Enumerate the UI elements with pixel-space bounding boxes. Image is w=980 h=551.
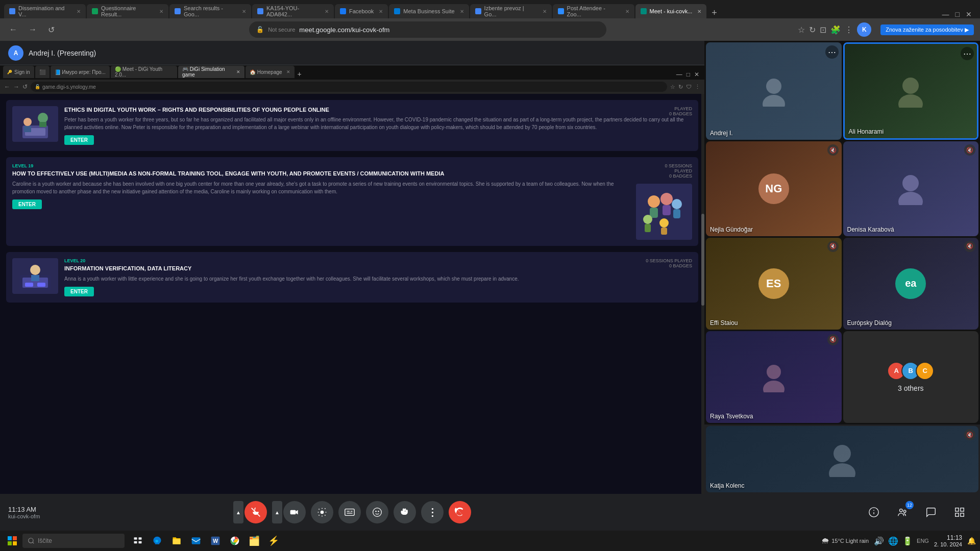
forward-button[interactable]: → xyxy=(26,24,40,35)
inner-tab-simulation[interactable]: 🎮 DiGi Simulation game ✕ xyxy=(178,66,244,78)
ali-options-button[interactable]: ⋯ xyxy=(961,47,974,60)
taskbar-app-chrome[interactable] xyxy=(226,532,244,550)
tab-meet[interactable]: Meet - kui-covk... ✕ xyxy=(635,4,707,18)
tab-close-icon[interactable]: ✕ xyxy=(159,9,163,14)
inner-tab-close[interactable]: ✕ xyxy=(236,69,240,74)
mic-chevron-button[interactable]: ▲ xyxy=(233,501,243,523)
info-button[interactable] xyxy=(864,502,884,522)
tab-close-icon[interactable]: ✕ xyxy=(625,9,629,14)
katja-name-label: Katja Kolenc xyxy=(710,482,744,489)
tab-close-icon[interactable]: ✕ xyxy=(543,9,547,14)
camera-chevron-button[interactable]: ▲ xyxy=(272,501,282,523)
tab-dissemination[interactable]: Dissemination and V... ✕ xyxy=(4,4,86,18)
tab-close-icon[interactable]: ✕ xyxy=(325,9,329,14)
activities-button[interactable] xyxy=(949,502,970,522)
tray-keyboard-icon[interactable]: ENG xyxy=(917,538,929,544)
taskbar-app-taskview[interactable] xyxy=(129,532,147,550)
card-title-ethics: ETHICS IN DIGITAL YOUTH WORK – RIGHTS AN… xyxy=(64,106,692,113)
mute-button[interactable] xyxy=(244,501,267,523)
more-options-icon[interactable]: ⋮ xyxy=(845,25,853,35)
andrej-options-button[interactable]: ⋯ xyxy=(825,45,839,59)
inner-minimize[interactable]: — xyxy=(676,71,682,78)
inner-reload-btn[interactable]: ↺ xyxy=(22,83,28,90)
reload-page-icon[interactable]: ↻ xyxy=(809,25,816,35)
inner-reload2-icon[interactable]: ↻ xyxy=(678,84,683,90)
effects-button[interactable] xyxy=(311,501,333,523)
tray-battery-icon[interactable]: 🔋 xyxy=(902,536,913,546)
captions-button[interactable] xyxy=(338,501,361,523)
enter-button-verification[interactable]: ENTER xyxy=(64,287,94,296)
minimize-button[interactable]: — xyxy=(942,10,949,18)
end-call-button[interactable] xyxy=(449,501,471,523)
inner-tab-close[interactable]: ✕ xyxy=(286,69,290,74)
extensions-icon[interactable]: 🧩 xyxy=(830,25,841,35)
tray-network-icon[interactable]: 🌐 xyxy=(888,536,898,546)
tab-close-icon[interactable]: ✕ xyxy=(77,9,81,14)
tab-questionnaire[interactable]: Questionnaire Result... ✕ xyxy=(87,4,168,18)
inner-address-input[interactable]: 🔓 game.digi-s.ynology.me xyxy=(31,82,667,92)
tab-close-icon[interactable]: ✕ xyxy=(697,9,701,14)
user-profile-button[interactable]: K xyxy=(857,22,871,37)
windows-search-box[interactable]: Iščite xyxy=(22,534,125,548)
inner-forward-btn[interactable]: → xyxy=(13,83,19,90)
taskbar-app-word[interactable]: W xyxy=(206,532,225,550)
emoji-button[interactable] xyxy=(366,501,388,523)
inner-back-btn[interactable]: ← xyxy=(4,83,10,90)
cast-icon[interactable]: ⊡ xyxy=(820,25,826,35)
taskbar-app-outlook[interactable] xyxy=(187,532,205,550)
inner-tab-homepage[interactable]: 🏠 Homepage ✕ xyxy=(246,66,295,78)
update-button[interactable]: Znova zaženite za posodobitev ▶ xyxy=(880,24,974,35)
taskbar-app-filemanager[interactable]: 🗂️ xyxy=(245,532,263,550)
windows-clock[interactable]: 11:13 2. 10. 2024 xyxy=(934,534,962,547)
nejla-avatar: NG xyxy=(758,173,789,204)
inner-security-icon[interactable]: 🛡 xyxy=(686,84,692,90)
inner-tab-signin[interactable]: 🔑 Sign in xyxy=(3,66,34,78)
nejla-mute-icon: 🔇 xyxy=(827,144,839,156)
notification-center-button[interactable]: 🔔 xyxy=(967,537,976,545)
reload-button[interactable]: ↺ xyxy=(45,24,58,36)
more-options-button[interactable]: ⋮ xyxy=(421,501,444,523)
chat-button[interactable] xyxy=(921,502,941,522)
bookmark-icon[interactable]: ☆ xyxy=(798,25,805,35)
not-secure-label: Not secure xyxy=(268,27,295,33)
tab-search[interactable]: Search results - Goo... ✕ xyxy=(169,4,251,18)
tab-ka154[interactable]: KA154-YOU-ADA842... ✕ xyxy=(252,4,334,18)
tab-close-icon[interactable]: ✕ xyxy=(242,9,246,14)
address-bar[interactable]: 🔓 Not secure meet.google.com/kui-covk-of… xyxy=(249,21,606,38)
raise-hand-button[interactable] xyxy=(394,501,416,523)
video-tile-others: A B C 3 others xyxy=(843,331,979,423)
tab-post-attendee[interactable]: Post Attendee - Zoo... ✕ xyxy=(553,4,634,18)
new-tab-button[interactable]: + xyxy=(709,8,719,18)
inner-tab-imuro[interactable]: 📘 Имуро игрe: Про... xyxy=(51,66,110,78)
inner-new-tab-button[interactable]: + xyxy=(298,70,302,78)
camera-button[interactable] xyxy=(283,501,306,523)
svg-point-47 xyxy=(900,509,903,512)
scroll-track[interactable] xyxy=(701,94,704,494)
tab-close-icon[interactable]: ✕ xyxy=(379,9,383,14)
inner-more-icon[interactable]: ⋮ xyxy=(695,84,700,90)
video-tile-europ: ea Európsky Dialóg 🔇 xyxy=(843,238,979,330)
taskbar-app-files[interactable] xyxy=(167,532,186,550)
back-button[interactable]: ← xyxy=(6,24,20,35)
enter-button-multimedia[interactable]: ENTER xyxy=(12,199,42,209)
maximize-button[interactable]: □ xyxy=(955,10,960,18)
taskbar-app-terminal[interactable]: ⚡ xyxy=(264,532,283,550)
inner-close[interactable]: ✕ xyxy=(694,71,699,78)
scroll-thumb[interactable] xyxy=(701,214,704,306)
taskbar-app-edge[interactable] xyxy=(148,532,166,550)
tray-sound-icon[interactable]: 🔊 xyxy=(874,536,884,546)
inner-tab-meet-digi[interactable]: 🟢 Meet - DiGi Youth 2.0... xyxy=(111,66,177,78)
tab-facebook[interactable]: Facebook ✕ xyxy=(335,4,388,18)
close-button[interactable]: ✕ xyxy=(966,10,972,18)
inner-tab-black[interactable]: ⬛ xyxy=(35,66,50,78)
tab-meta[interactable]: Meta Business Suite ✕ xyxy=(389,4,469,18)
windows-start-button[interactable] xyxy=(4,533,20,549)
inner-bookmark-icon[interactable]: ☆ xyxy=(670,84,675,90)
tab-close-icon[interactable]: ✕ xyxy=(460,9,464,14)
svg-point-41 xyxy=(763,381,785,392)
tab-izbente[interactable]: Izbente prevoz | Go... ✕ xyxy=(470,4,552,18)
enter-button-ethics[interactable]: ENTER xyxy=(64,135,94,145)
inner-restore[interactable]: □ xyxy=(687,71,690,78)
tab-favicon xyxy=(257,8,263,14)
participants-button[interactable]: 12 xyxy=(892,502,913,522)
